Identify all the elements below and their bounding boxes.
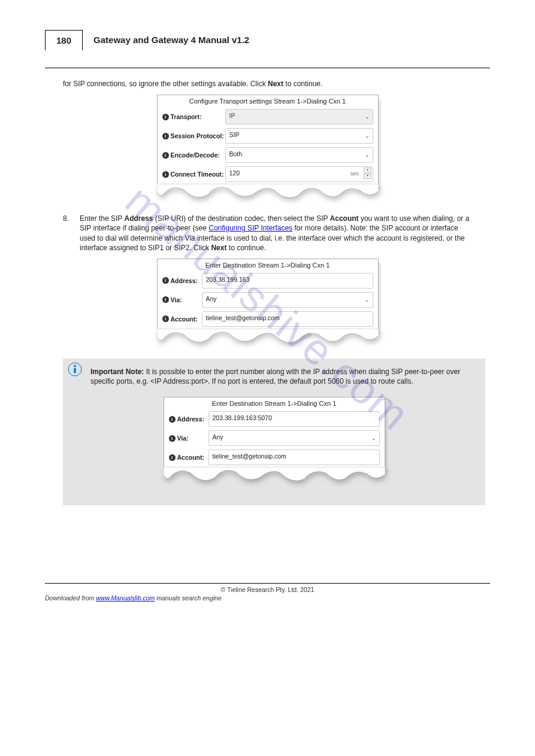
footer-prefix: Downloaded from xyxy=(45,594,96,602)
account-input[interactable]: tieline_test@getonsip.com xyxy=(202,311,373,327)
torn-edge xyxy=(157,184,379,202)
timeout-spinner[interactable]: ▴▾ xyxy=(364,168,371,179)
step-number: 8. xyxy=(63,214,80,253)
destination-panel-1: Enter Destination Stream 1->Dialing Cxn … xyxy=(157,259,379,347)
note-text: It is possible to enter the port number … xyxy=(90,368,460,385)
info-badge-icon xyxy=(68,362,82,377)
page-number: 180 xyxy=(45,30,83,50)
transport-settings-panel: Configure Transport settings Stream 1->D… xyxy=(157,95,379,202)
important-note-box: Important Note: It is possible to enter … xyxy=(63,359,485,505)
account-label: iAccount: xyxy=(169,454,208,461)
svg-rect-2 xyxy=(74,368,75,373)
info-icon: i xyxy=(162,171,169,178)
t: (SIP URI) of the destination codec, then… xyxy=(153,214,330,223)
footer-suffix: manuals search engine xyxy=(155,594,222,602)
svg-point-1 xyxy=(74,365,76,368)
via-label: iVia: xyxy=(162,296,202,303)
torn-edge xyxy=(157,329,379,347)
note-heading: Important Note: xyxy=(90,368,144,376)
intro-text-part: for SIP connections, so ignore the other… xyxy=(63,80,268,88)
via-select[interactable]: Any⌄ xyxy=(208,430,380,446)
page-footer: © Tieline Research Pty. Ltd. 2021 Downlo… xyxy=(45,583,490,602)
info-icon: i xyxy=(162,277,169,284)
chevron-down-icon: ⌄ xyxy=(365,151,370,159)
chevron-down-icon: ⌄ xyxy=(365,132,370,140)
account-bold: Account xyxy=(330,214,359,223)
info-icon: i xyxy=(162,296,169,303)
manualslib-link[interactable]: www.Manualslib.com xyxy=(96,594,155,602)
panel-shadow xyxy=(385,402,389,473)
step-8-text: Enter the SIP Address (SIP URI) of the d… xyxy=(80,214,472,253)
encode-decode-label: iEncode/Decode: xyxy=(162,151,225,159)
encode-decode-select[interactable]: Both⌄ xyxy=(225,147,373,163)
address-input[interactable]: 203.38.199.163:5070 xyxy=(208,411,380,427)
info-icon: i xyxy=(169,454,176,461)
session-protocol-label: iSession Protocol: xyxy=(162,132,225,139)
intro-paragraph: for SIP connections, so ignore the other… xyxy=(63,79,472,89)
info-icon: i xyxy=(162,152,169,159)
address-label: iAddress: xyxy=(162,277,202,284)
timeout-unit: sec xyxy=(350,169,359,178)
address-label: iAddress: xyxy=(169,415,208,423)
connect-timeout-input[interactable]: 120sec ▴▾ xyxy=(225,166,373,182)
panel-shadow xyxy=(379,263,382,335)
info-icon: i xyxy=(162,114,169,120)
address-input[interactable]: 203.38.199.163 xyxy=(202,273,373,289)
torn-edge xyxy=(164,467,385,485)
panel3-title: Enter Destination Stream 1->Dialing Cxn … xyxy=(164,397,385,409)
chevron-down-icon: ⌄ xyxy=(365,113,370,121)
transport-select[interactable]: IP⌄ xyxy=(225,109,373,125)
address-bold: Address xyxy=(125,214,153,223)
chevron-down-icon: ⌄ xyxy=(371,434,376,442)
chevron-down-icon: ⌄ xyxy=(365,296,370,304)
copyright-text: © Tieline Research Pty. Ltd. 2021 xyxy=(45,586,490,593)
header-rule xyxy=(45,68,490,68)
intro-text-tail: to continue. xyxy=(283,80,322,88)
panel-shadow xyxy=(379,99,382,190)
next-bold: Next xyxy=(211,244,226,252)
account-input[interactable]: tieline_test@getonsip.com xyxy=(208,450,380,465)
transport-label: iTransport: xyxy=(162,113,225,120)
connect-timeout-label: iConnect Timeout: xyxy=(162,171,225,178)
via-select[interactable]: Any⌄ xyxy=(202,292,373,308)
spinner-up-icon[interactable]: ▴ xyxy=(364,168,371,173)
account-label: iAccount: xyxy=(162,315,202,323)
step-8: 8. Enter the SIP Address (SIP URI) of th… xyxy=(63,214,472,253)
info-icon: i xyxy=(169,435,176,442)
page-header: 180 Gateway and Gateway 4 Manual v1.2 xyxy=(45,30,490,50)
panel2-title: Enter Destination Stream 1->Dialing Cxn … xyxy=(158,259,378,271)
panel1-title: Configure Transport settings Stream 1->D… xyxy=(158,95,378,107)
configuring-sip-interfaces-link[interactable]: Configuring SIP Interfaces xyxy=(208,224,292,232)
session-protocol-select[interactable]: SIP⌄ xyxy=(225,128,373,144)
header-title: Gateway and Gateway 4 Manual v1.2 xyxy=(83,30,490,50)
spinner-down-icon[interactable]: ▾ xyxy=(364,174,371,179)
t: to continue. xyxy=(226,244,265,252)
destination-panel-2: Enter Destination Stream 1->Dialing Cxn … xyxy=(164,397,385,485)
info-icon: i xyxy=(162,315,169,322)
info-icon: i xyxy=(169,416,176,423)
next-bold: Next xyxy=(268,80,283,88)
t: Enter the SIP xyxy=(80,214,125,223)
info-icon: i xyxy=(162,133,169,139)
via-label: iVia: xyxy=(169,435,208,442)
